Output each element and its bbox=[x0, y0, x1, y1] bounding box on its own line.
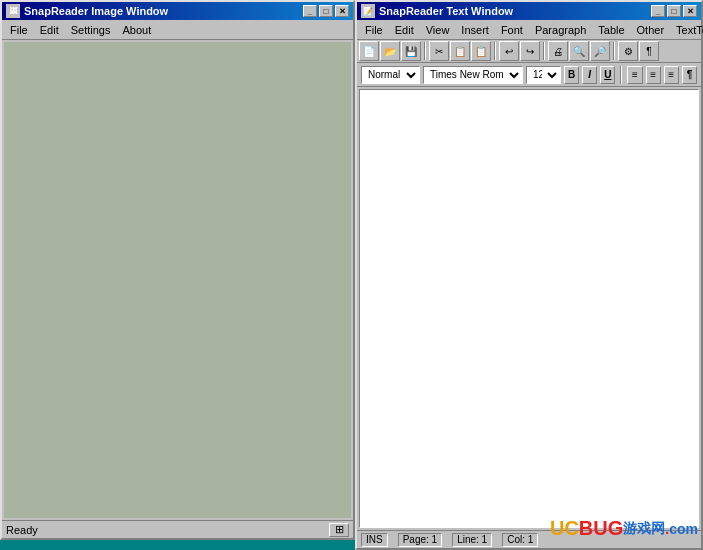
text-restore-button[interactable]: □ bbox=[667, 5, 681, 17]
toolbar-sep4 bbox=[613, 42, 615, 60]
text-editor-area[interactable] bbox=[359, 89, 699, 528]
menu-about[interactable]: About bbox=[116, 22, 157, 38]
italic-button[interactable]: I bbox=[582, 66, 597, 84]
minimize-button[interactable]: _ bbox=[303, 5, 317, 17]
print-button[interactable]: 🖨 bbox=[548, 41, 568, 61]
paragraph-mark-button[interactable]: ¶ bbox=[639, 41, 659, 61]
formatting-bar: Normal Times New Roman 12 B I U ≡ ≡ ≡ ¶ bbox=[357, 63, 701, 87]
image-canvas bbox=[4, 42, 351, 518]
open-button[interactable]: 📂 bbox=[380, 41, 400, 61]
watermark-com: com bbox=[669, 521, 698, 537]
text-app-icon: 📝 bbox=[361, 4, 375, 18]
image-window-titlebar: 🖼 SnapReader Image Window _ □ ✕ bbox=[2, 2, 353, 20]
watermark-uc: UC bbox=[550, 517, 579, 540]
restore-button[interactable]: □ bbox=[319, 5, 333, 17]
align-center-button[interactable]: ≡ bbox=[646, 66, 661, 84]
text-window: 📝 SnapReader Text Window _ □ ✕ File Edit… bbox=[355, 0, 703, 550]
menu-edit[interactable]: Edit bbox=[34, 22, 65, 38]
text-titlebar-controls[interactable]: _ □ ✕ bbox=[651, 5, 697, 17]
font-select[interactable]: Times New Roman bbox=[423, 66, 523, 84]
text-menu-font[interactable]: Font bbox=[495, 22, 529, 38]
settings-button[interactable]: ⚙ bbox=[618, 41, 638, 61]
text-window-title: SnapReader Text Window bbox=[379, 5, 513, 17]
text-window-titlebar: 📝 SnapReader Text Window _ □ ✕ bbox=[357, 2, 701, 20]
desktop: 🖼 SnapReader Image Window _ □ ✕ File Edi… bbox=[0, 0, 703, 550]
image-window: 🖼 SnapReader Image Window _ □ ✕ File Edi… bbox=[0, 0, 355, 540]
col-indicator: Col: 1 bbox=[502, 533, 538, 547]
status-grip: ⊞ bbox=[329, 523, 349, 537]
undo-button[interactable]: ↩ bbox=[499, 41, 519, 61]
text-menu-view[interactable]: View bbox=[420, 22, 456, 38]
style-select[interactable]: Normal bbox=[361, 66, 420, 84]
align-left-button[interactable]: ≡ bbox=[627, 66, 642, 84]
app-icon: 🖼 bbox=[6, 4, 20, 18]
text-menu-paragraph[interactable]: Paragraph bbox=[529, 22, 592, 38]
titlebar-controls[interactable]: _ □ ✕ bbox=[303, 5, 349, 17]
save-button[interactable]: 💾 bbox=[401, 41, 421, 61]
page-indicator: Page: 1 bbox=[398, 533, 442, 547]
text-close-button[interactable]: ✕ bbox=[683, 5, 697, 17]
text-menu-insert[interactable]: Insert bbox=[455, 22, 495, 38]
text-titlebar-left: 📝 SnapReader Text Window bbox=[361, 4, 513, 18]
image-menubar: File Edit Settings About bbox=[2, 20, 353, 40]
text-menu-texttospeech[interactable]: TextToSp bbox=[670, 22, 703, 38]
copy-button[interactable]: 📋 bbox=[450, 41, 470, 61]
toolbar-sep3 bbox=[543, 42, 545, 60]
zoom-out-button[interactable]: 🔎 bbox=[590, 41, 610, 61]
size-select[interactable]: 12 bbox=[526, 66, 561, 84]
text-menu-file[interactable]: File bbox=[359, 22, 389, 38]
bold-button[interactable]: B bbox=[564, 66, 579, 84]
watermark: UC BUG 游戏网 . com bbox=[550, 517, 698, 540]
menu-settings[interactable]: Settings bbox=[65, 22, 117, 38]
text-menubar: File Edit View Insert Font Paragraph Tab… bbox=[357, 20, 701, 40]
titlebar-left: 🖼 SnapReader Image Window bbox=[6, 4, 168, 18]
watermark-game: 游戏网 bbox=[623, 520, 665, 538]
text-toolbar: 📄 📂 💾 ✂ 📋 📋 ↩ ↪ 🖨 🔍 🔎 ⚙ ¶ bbox=[357, 40, 701, 63]
zoom-in-button[interactable]: 🔍 bbox=[569, 41, 589, 61]
text-menu-edit[interactable]: Edit bbox=[389, 22, 420, 38]
cut-button[interactable]: ✂ bbox=[429, 41, 449, 61]
text-minimize-button[interactable]: _ bbox=[651, 5, 665, 17]
paragraph-button[interactable]: ¶ bbox=[682, 66, 697, 84]
status-text: Ready bbox=[6, 524, 329, 536]
new-button[interactable]: 📄 bbox=[359, 41, 379, 61]
close-button[interactable]: ✕ bbox=[335, 5, 349, 17]
text-menu-table[interactable]: Table bbox=[592, 22, 630, 38]
watermark-bug: BUG bbox=[579, 517, 623, 540]
format-sep1 bbox=[620, 66, 622, 84]
text-menu-other[interactable]: Other bbox=[631, 22, 671, 38]
line-indicator: Line: 1 bbox=[452, 533, 492, 547]
toolbar-sep2 bbox=[494, 42, 496, 60]
paste-button[interactable]: 📋 bbox=[471, 41, 491, 61]
align-right-button[interactable]: ≡ bbox=[664, 66, 679, 84]
toolbar-sep1 bbox=[424, 42, 426, 60]
menu-file[interactable]: File bbox=[4, 22, 34, 38]
image-window-title: SnapReader Image Window bbox=[24, 5, 168, 17]
underline-button[interactable]: U bbox=[600, 66, 615, 84]
ins-indicator: INS bbox=[361, 533, 388, 547]
image-statusbar: Ready ⊞ bbox=[2, 520, 353, 538]
redo-button[interactable]: ↪ bbox=[520, 41, 540, 61]
